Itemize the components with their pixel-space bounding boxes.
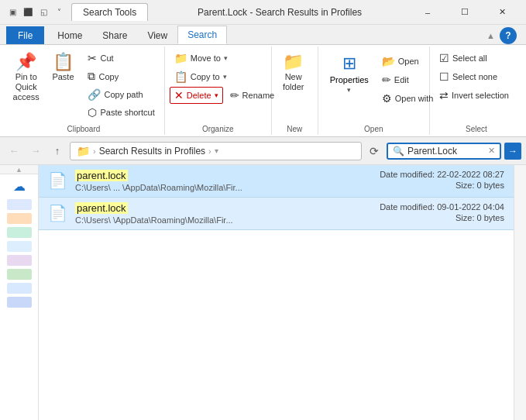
folder-icon: 📁 (77, 145, 90, 157)
delete-button[interactable]: ✕ Delete ▾ (170, 87, 223, 104)
paste-button[interactable]: 📋 Paste (46, 50, 80, 86)
cut-icon: ✂ (88, 52, 97, 64)
search-input[interactable] (407, 146, 485, 157)
minimize-button[interactable]: – (410, 2, 445, 23)
open-button[interactable]: 📂 Open (377, 53, 438, 70)
organize-row-2: 📋 Copy to ▾ (170, 68, 232, 85)
sidebar-block-4[interactable] (7, 241, 32, 252)
file-size-1: Size: 0 bytes (365, 181, 504, 190)
open-with-icon: ⚙ (382, 92, 392, 105)
app-icon-4: ˅ (53, 6, 65, 19)
title-bar: ▣ ⬛ ◱ ˅ Search Tools Parent.Lock - Searc… (0, 0, 526, 25)
cut-button[interactable]: ✂ Cut (83, 50, 159, 67)
delete-icon: ✕ (174, 89, 184, 102)
invert-selection-button[interactable]: ⇄ Invert selection (435, 87, 514, 104)
copy-path-button[interactable]: 🔗 Copy path (83, 86, 159, 103)
organize-group: 📁 Move to ▾ 📋 Copy to ▾ ✕ Delete ▾ (165, 46, 272, 135)
file-meta-2: Date modified: 09-01-2022 04:04 Size: 0 … (365, 202, 504, 224)
delete-arrow: ▾ (215, 91, 218, 99)
file-name-2: parent.lock (75, 202, 357, 214)
select-all-button[interactable]: ☑ Select all (435, 50, 492, 67)
properties-icon: ⊞ (342, 53, 356, 74)
address-bar: ← → ↑ 📁 › Search Results in Profiles › ▾… (0, 137, 526, 165)
copy-to-button[interactable]: 📋 Copy to ▾ (170, 68, 232, 85)
clipboard-group: 📌 Pin to Quickaccess 📋 Paste ✂ Cut ⧉ Cop… (3, 46, 165, 135)
file-row[interactable]: 📄 parent.lock C:\Users\ ... \AppData\Roa… (39, 165, 514, 198)
move-to-button[interactable]: 📁 Move to ▾ (170, 50, 232, 67)
file-path-1: C:\Users\ ... \AppData\Roaming\Mozilla\F… (75, 183, 357, 192)
sidebar-block-7[interactable] (7, 283, 32, 294)
right-scrollbar[interactable] (514, 165, 526, 420)
file-date-1: Date modified: 22-02-2022 08:27 (365, 170, 504, 179)
copy-path-icon: 🔗 (88, 88, 101, 101)
search-clear-button[interactable]: ✕ (488, 146, 495, 156)
sidebar-scroll-up[interactable]: ▲ (0, 165, 38, 174)
file-name-1: parent.lock (75, 170, 357, 181)
left-sidebar: ▲ ☁ (0, 165, 39, 420)
organize-group-label: Organize (170, 122, 266, 133)
file-info-1: parent.lock C:\Users\ ... \AppData\Roami… (75, 170, 357, 192)
copy-button[interactable]: ⧉ Copy (83, 67, 159, 85)
move-to-arrow: ▾ (224, 54, 228, 62)
window-title: Parent.Lock - Search Results in Profiles (150, 7, 410, 18)
organize-row-1: 📁 Move to ▾ (170, 50, 232, 67)
pin-to-quick-access-button[interactable]: 📌 Pin to Quickaccess (8, 50, 44, 107)
tab-search[interactable]: Search (177, 26, 227, 44)
file-date-2: Date modified: 09-01-2022 04:04 (365, 202, 504, 212)
sidebar-block-6[interactable] (7, 269, 32, 280)
new-folder-button[interactable]: 📁 Newfolder (277, 50, 311, 96)
paste-shortcut-button[interactable]: ⬡ Paste shortcut (83, 104, 159, 121)
tab-file[interactable]: File (6, 26, 44, 44)
open-group-content: ⊞ Properties ▾ 📂 Open ✏ Edit ⚙ Open with (323, 50, 425, 121)
open-small-buttons: 📂 Open ✏ Edit ⚙ Open with (377, 53, 438, 107)
titlebar-app-icons: ▣ ⬛ ◱ ˅ (6, 6, 65, 19)
pin-icon: 📌 (15, 53, 36, 71)
nav-forward-button[interactable]: → (26, 142, 45, 160)
move-to-icon: 📁 (174, 52, 187, 64)
file-info-2: parent.lock C:\Users\ \AppData\Roaming\M… (75, 202, 357, 225)
new-group: 📁 Newfolder New (272, 46, 318, 135)
tab-home[interactable]: Home (47, 26, 92, 44)
open-icon: 📂 (382, 55, 395, 67)
file-row[interactable]: 📄 parent.lock C:\Users\ \AppData\Roaming… (39, 198, 514, 230)
edit-button[interactable]: ✏ Edit (377, 71, 438, 88)
select-all-icon: ☑ (439, 52, 449, 64)
file-size-2: Size: 0 bytes (365, 213, 504, 222)
new-group-content: 📁 Newfolder (277, 50, 313, 121)
maximize-button[interactable]: ☐ (447, 2, 483, 23)
address-path[interactable]: 📁 › Search Results in Profiles › ▾ (70, 142, 362, 160)
tab-share[interactable]: Share (92, 26, 137, 44)
sidebar-block-5[interactable] (7, 255, 32, 266)
ribbon-toolbar: 📌 Pin to Quickaccess 📋 Paste ✂ Cut ⧉ Cop… (0, 45, 526, 137)
open-with-button[interactable]: ⚙ Open with (377, 90, 438, 107)
organize-group-content: 📁 Move to ▾ 📋 Copy to ▾ ✕ Delete ▾ (170, 50, 266, 121)
breadcrumb-label: Search Results in Profiles (99, 146, 205, 157)
tab-view[interactable]: View (137, 26, 177, 44)
ribbon-tabs-row: File Home Share View Search ▲ ? (0, 25, 526, 45)
close-button[interactable]: ✕ (484, 2, 520, 23)
ribbon-collapse-btn[interactable]: ▲ (486, 31, 495, 40)
sidebar-block-3[interactable] (7, 227, 32, 238)
select-group-content: ☑ Select all ☐ Select none ⇄ Invert sele… (435, 50, 518, 121)
nav-back-button[interactable]: ← (5, 142, 23, 160)
rename-icon: ✏ (230, 89, 239, 102)
copy-to-arrow: ▾ (223, 73, 227, 81)
search-go-button[interactable]: → (504, 143, 521, 160)
sidebar-item-onedrive[interactable]: ☁ (0, 176, 38, 198)
help-button[interactable]: ? (500, 27, 517, 44)
file-path-2: C:\Users\ \AppData\Roaming\Mozilla\Fir..… (75, 215, 357, 225)
sidebar-block-8[interactable] (7, 297, 32, 308)
search-tools-tab-label[interactable]: Search Tools (71, 3, 148, 21)
invert-icon: ⇄ (439, 89, 449, 102)
nav-up-button[interactable]: ↑ (48, 142, 67, 160)
sidebar-block-2[interactable] (7, 213, 32, 224)
sidebar-items: ☁ (0, 174, 38, 420)
clipboard-group-label: Clipboard (8, 122, 160, 133)
clipboard-group-content: 📌 Pin to Quickaccess 📋 Paste ✂ Cut ⧉ Cop… (8, 50, 160, 121)
select-none-button[interactable]: ☐ Select none (435, 68, 502, 85)
open-group: ⊞ Properties ▾ 📂 Open ✏ Edit ⚙ Open with (318, 46, 430, 135)
refresh-button[interactable]: ⟳ (365, 142, 383, 160)
sidebar-block-1[interactable] (7, 199, 32, 210)
properties-button[interactable]: ⊞ Properties ▾ (323, 50, 376, 98)
file-icon-2: 📄 (48, 204, 67, 222)
